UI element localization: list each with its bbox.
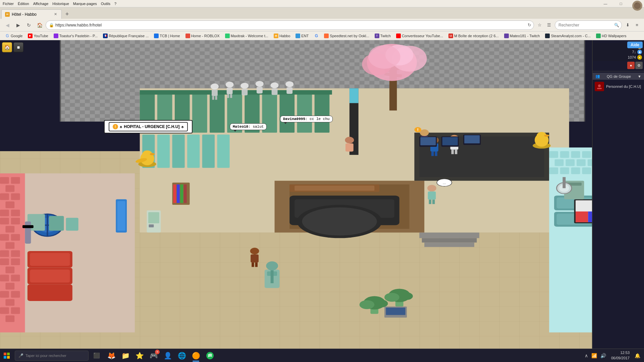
bookmark-google[interactable]: G Google (3, 33, 25, 39)
mateo-username: Mateo18 (233, 125, 248, 129)
svg-rect-155 (435, 152, 437, 156)
bookmark-tcb[interactable]: TCB | Home (152, 33, 182, 39)
svg-rect-99 (0, 258, 9, 265)
active-tab[interactable]: H Hôtel - Habbo ✕ (1, 9, 62, 19)
room-spade-left: ♣ (120, 125, 122, 129)
reader-view-icon[interactable]: ☰ (545, 21, 553, 29)
svg-rect-59 (241, 89, 248, 96)
habbo-game-scene[interactable]: ... (0, 40, 644, 362)
forward-button[interactable]: ▶ (13, 20, 23, 30)
svg-rect-200 (148, 212, 159, 223)
back-button[interactable]: ◀ (3, 20, 12, 30)
yellow-amount: 1074 (628, 55, 636, 59)
help-area: Aide (593, 40, 644, 43)
svg-rect-90 (11, 209, 20, 216)
svg-point-50 (211, 83, 219, 89)
settings-gear-button[interactable]: ⚙ (635, 62, 643, 69)
svg-rect-220 (7, 356, 10, 359)
minimize-button[interactable]: — (598, 0, 613, 7)
svg-rect-127 (560, 151, 569, 158)
taskbar-firefox[interactable]: 🦊 (105, 349, 118, 362)
bookmark-roblox[interactable]: Home - ROBLOX (183, 33, 222, 39)
tray-volume-icon[interactable]: 🔊 (599, 353, 607, 358)
bookmark-toastur[interactable]: Toastur's Pastebin - P... (51, 33, 100, 39)
svg-rect-133 (577, 159, 586, 166)
taskbar-spotify[interactable] (203, 349, 217, 362)
taskbar-folder[interactable]: 📁 (119, 349, 132, 362)
new-tab-button[interactable]: + (62, 9, 72, 19)
tray-notification-icon[interactable]: 🔔 (634, 353, 641, 358)
menu-help[interactable]: ? (114, 2, 116, 6)
taskbar-unknown1[interactable]: ⭐ (133, 349, 146, 362)
menu-affichage[interactable]: Affichage (33, 2, 49, 6)
menu-historique[interactable]: Historique (52, 2, 69, 6)
nav-extra-icons: ⬇ ≡ (623, 21, 641, 29)
bookmark-mateo181[interactable]: Mateo181 - Twitch (502, 33, 542, 39)
search-input[interactable] (555, 20, 622, 30)
menu-fichier[interactable]: Fichier (3, 2, 14, 6)
bookmark-maxitrak[interactable]: Maxitrak - Welcome t... (223, 33, 271, 39)
hud-inventory-button[interactable]: ■ (13, 42, 23, 52)
hud-home-button[interactable]: 🏠 (2, 42, 12, 52)
bookmark-star-icon[interactable]: ☆ (535, 21, 544, 29)
clock-time: 12:53 (611, 350, 630, 355)
bookmark-twitch[interactable]: T Twitch (372, 33, 393, 39)
bookmark-republique[interactable]: 🇫🇷 République Française ... (101, 33, 151, 39)
svg-rect-128 (571, 151, 580, 158)
bookmark-speedtest[interactable]: Speedtest.net by Ookl... (322, 33, 371, 39)
bookmark-ent-label: ENT (301, 34, 309, 38)
taskbar-habbo-web[interactable]: 🟠 (189, 349, 203, 362)
bookmark-habbo[interactable]: H Habbo (271, 33, 292, 39)
taskbar-globe[interactable]: 🌐 (175, 349, 189, 362)
home-button[interactable]: 🏠 (35, 20, 44, 30)
taskbar-clock[interactable]: 12:53 06/09/2017 (608, 350, 632, 361)
svg-rect-203 (117, 201, 125, 231)
svg-point-64 (285, 81, 293, 87)
downloads-icon[interactable]: ⬇ (623, 21, 632, 29)
refresh-button[interactable]: ↻ (24, 20, 34, 30)
settings-red-button[interactable]: ● (627, 62, 635, 69)
menu-outils[interactable]: Outils (101, 2, 110, 6)
svg-rect-105 (0, 291, 9, 298)
bookmark-ent[interactable]: ENT (293, 33, 311, 39)
browser-content: ... (0, 40, 644, 362)
svg-text:!: ! (417, 128, 419, 132)
svg-rect-217 (4, 353, 6, 355)
taskview-button[interactable]: ⬛ (90, 349, 103, 362)
bookmark-mail[interactable]: M M Boîte de réception (2 6... (446, 33, 501, 39)
bookmark-twitch-label: Twitch (380, 34, 391, 38)
blue-coin-icon: ◆ (637, 50, 642, 54)
taskbar-person[interactable]: 👤 (161, 349, 174, 362)
svg-rect-219 (4, 356, 6, 359)
bookmark-hd-wallpapers[interactable]: HD Wallpapers (594, 33, 629, 39)
svg-rect-103 (11, 275, 20, 282)
tray-up-arrow[interactable]: ∧ (584, 353, 589, 358)
svg-rect-35 (157, 134, 170, 168)
help-button[interactable]: Aide (627, 42, 643, 48)
clock-date: 06/09/2017 (611, 356, 630, 361)
group-chevron[interactable]: ▼ (638, 74, 641, 78)
windows-search-area[interactable]: 🎤 Taper ici pour rechercher (15, 351, 89, 361)
svg-rect-168 (252, 262, 254, 267)
mateo181-favicon (504, 34, 509, 38)
svg-rect-98 (11, 250, 20, 257)
tab-title: Hôtel - Habbo (12, 12, 51, 17)
group-icon: 👥 (595, 74, 600, 78)
url-input[interactable] (46, 20, 534, 30)
svg-marker-21 (419, 136, 544, 177)
search-icon: 🔍 (614, 23, 619, 27)
blue-amount: 7↓ (632, 50, 636, 54)
taskbar-habbo-client[interactable]: 🎮 9 (147, 349, 160, 362)
windows-start-button[interactable] (0, 349, 13, 362)
svg-rect-205 (420, 137, 436, 145)
bookmark-youtube[interactable]: ▶ YouTube (25, 33, 50, 39)
menu-edition[interactable]: Édition (18, 2, 29, 6)
tab-close-button[interactable]: ✕ (53, 12, 58, 17)
url-refresh-icon[interactable]: ↻ (528, 22, 531, 27)
bookmark-yt-conv[interactable]: Convertisseur YouTube... (394, 33, 445, 39)
bookmark-g[interactable]: G (312, 33, 321, 39)
menu-marque-pages[interactable]: Marque-pages (73, 2, 97, 6)
bookmark-steam[interactable]: SteamAnalyst.com - C... (543, 33, 593, 39)
tray-network-icon[interactable]: 📶 (590, 353, 598, 358)
menu-extra-icon[interactable]: ≡ (633, 21, 641, 29)
